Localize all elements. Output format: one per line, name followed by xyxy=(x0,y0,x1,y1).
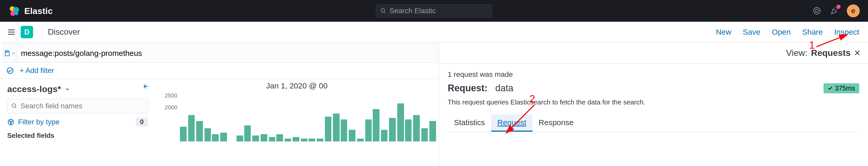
request-label: Request: xyxy=(448,83,488,93)
elastic-logo-icon xyxy=(8,5,20,17)
bar[interactable] xyxy=(205,128,211,141)
cheer-icon[interactable] xyxy=(829,6,840,16)
request-name[interactable]: data xyxy=(495,83,514,93)
bar[interactable] xyxy=(357,139,364,141)
field-sidebar: access-logs* Filter by type 0 Selected f… xyxy=(0,79,155,166)
tab-response[interactable]: Response xyxy=(532,114,580,132)
global-search[interactable] xyxy=(376,4,492,18)
bar[interactable] xyxy=(301,139,308,141)
divider xyxy=(42,26,43,38)
bar-cluster xyxy=(180,115,211,141)
request-tabs: Statistics Request Response xyxy=(448,114,859,132)
view-label: View: xyxy=(786,48,807,58)
bar[interactable] xyxy=(333,113,340,141)
add-filter-button[interactable]: + Add filter xyxy=(20,66,54,75)
search-icon xyxy=(380,7,386,14)
bar[interactable] xyxy=(260,134,267,141)
filter-icon xyxy=(7,118,14,126)
svg-point-15 xyxy=(7,68,13,74)
bar[interactable] xyxy=(196,121,203,141)
field-search-input[interactable] xyxy=(21,102,144,110)
global-search-input[interactable] xyxy=(390,7,488,15)
request-description: This request queries Elasticsearch to fe… xyxy=(448,98,859,106)
svg-point-17 xyxy=(12,104,16,107)
share-button[interactable]: Share xyxy=(802,28,823,36)
nav-toggle-button[interactable] xyxy=(3,24,20,40)
filter-toggle-icon[interactable] xyxy=(6,67,14,75)
request-title: Request: data xyxy=(448,83,514,93)
bar[interactable] xyxy=(325,117,332,141)
bar[interactable] xyxy=(292,137,299,141)
open-button[interactable]: Open xyxy=(772,28,791,36)
bar[interactable] xyxy=(381,130,388,141)
filter-by-type-button[interactable]: Filter by type xyxy=(7,118,59,126)
space-selector[interactable]: D xyxy=(21,26,33,38)
bar[interactable] xyxy=(389,118,396,141)
chart-area: Jan 1, 2020 @ 00 2500 2000 xyxy=(155,79,439,166)
bar[interactable] xyxy=(373,109,379,141)
bar[interactable] xyxy=(212,134,219,141)
svg-point-4 xyxy=(381,8,384,12)
save-button[interactable]: Save xyxy=(743,28,760,36)
main: + Add filter access-logs* xyxy=(0,43,868,166)
bar[interactable] xyxy=(237,136,243,141)
bar-cluster xyxy=(341,119,372,141)
sub-header-actions: New Save Open Share Inspect xyxy=(716,28,865,36)
svg-point-3 xyxy=(15,11,18,15)
bar[interactable] xyxy=(397,104,404,141)
bar[interactable] xyxy=(413,115,420,141)
y-tick: 2500 xyxy=(165,92,177,104)
bar[interactable] xyxy=(429,121,436,141)
query-options-button[interactable] xyxy=(3,44,16,62)
bar-cluster xyxy=(276,134,307,141)
search-icon xyxy=(11,103,17,109)
new-button[interactable]: New xyxy=(716,28,731,36)
bar[interactable] xyxy=(188,115,195,141)
sub-header: D Discover New Save Open Share Inspect xyxy=(0,22,868,43)
index-pattern-name: access-logs* xyxy=(7,84,61,94)
bar[interactable] xyxy=(252,136,259,141)
bar[interactable] xyxy=(244,126,251,141)
bar[interactable] xyxy=(365,119,372,141)
svg-line-18 xyxy=(15,107,16,108)
avatar[interactable]: e xyxy=(847,4,860,17)
bar[interactable] xyxy=(317,139,323,141)
query-input[interactable] xyxy=(16,49,437,58)
header-right: e xyxy=(812,4,860,17)
left-main: + Add filter access-logs* xyxy=(0,43,439,166)
bar[interactable] xyxy=(180,127,187,141)
bar[interactable] xyxy=(220,133,227,141)
tab-request[interactable]: Request xyxy=(491,114,532,132)
bar-cluster xyxy=(373,104,404,141)
inspect-button[interactable]: Inspect xyxy=(834,28,859,36)
bar[interactable] xyxy=(276,134,283,141)
bar[interactable] xyxy=(309,139,315,141)
chevron-down-icon xyxy=(12,51,16,55)
tab-statistics[interactable]: Statistics xyxy=(448,114,491,132)
close-panel-button[interactable]: × xyxy=(854,47,860,59)
request-time-badge: 375ms xyxy=(824,83,859,93)
bar[interactable] xyxy=(285,139,291,141)
chart-title: Jan 1, 2020 @ 00 xyxy=(155,81,439,90)
filter-by-type-label: Filter by type xyxy=(18,118,59,126)
svg-line-8 xyxy=(835,7,836,8)
bar[interactable] xyxy=(421,128,428,141)
collapse-sidebar-button[interactable] xyxy=(142,82,149,90)
bar[interactable] xyxy=(341,119,347,141)
bar-cluster xyxy=(244,126,275,141)
selected-fields-heading: Selected fields xyxy=(7,132,148,140)
save-query-icon xyxy=(4,50,10,57)
view-selector[interactable]: Requests xyxy=(811,48,851,58)
bar[interactable] xyxy=(349,130,355,141)
index-pattern-selector[interactable]: access-logs* xyxy=(7,84,148,94)
field-search[interactable] xyxy=(7,99,148,113)
filter-by-type-row: Filter by type 0 xyxy=(7,117,148,127)
bar[interactable] xyxy=(405,119,412,141)
chart-plot xyxy=(180,92,436,141)
bar[interactable] xyxy=(269,137,276,141)
histogram-chart[interactable]: 2500 2000 xyxy=(155,92,439,141)
svg-line-9 xyxy=(837,9,838,9)
svg-point-7 xyxy=(815,9,818,12)
newsfeed-icon[interactable] xyxy=(812,6,822,16)
bar-cluster xyxy=(212,133,243,141)
